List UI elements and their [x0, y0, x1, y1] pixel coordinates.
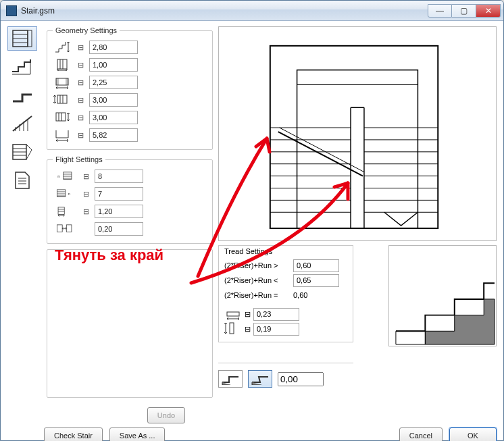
param-row-lower-offset: ⊟	[53, 56, 207, 74]
risers-b-input[interactable]	[95, 187, 143, 201]
svg-rect-49	[57, 225, 63, 232]
svg-rect-18	[57, 59, 67, 69]
gap-icon	[53, 222, 77, 236]
svg-rect-50	[66, 225, 72, 232]
risers-a-icon: n	[53, 169, 77, 184]
lower-offset-input[interactable]	[89, 58, 138, 72]
risers-b-icon: n	[53, 186, 77, 201]
formula-lt-input[interactable]	[293, 274, 339, 287]
side-tabs	[7, 26, 41, 423]
param-row-risers-b: n ⊟	[53, 185, 207, 203]
width-input[interactable]	[89, 76, 138, 89]
minimize-button[interactable]: —	[428, 4, 452, 18]
lock-icon[interactable]: ⊟	[76, 131, 85, 140]
cancel-button[interactable]: Cancel	[399, 427, 443, 441]
nosing-input[interactable]	[278, 372, 324, 386]
param-row-length-b: ⊟	[53, 109, 207, 126]
tab-nosing[interactable]	[7, 83, 37, 107]
svg-rect-30	[56, 113, 66, 121]
nosing-b-icon	[251, 373, 270, 385]
lock-icon[interactable]: ⊟	[76, 61, 85, 70]
tread-settings-area: Tread Settings (2*Riser)+Run > (2*Riser)…	[218, 245, 353, 342]
riser-height-row: ⊟	[224, 321, 347, 336]
document-icon	[10, 170, 34, 190]
tread-depth-icon	[224, 307, 242, 321]
svg-rect-76	[227, 312, 239, 316]
tread-legend: Tread Settings	[224, 247, 347, 255]
length-a-icon	[53, 93, 72, 107]
flight-legend: Flight Settings	[53, 155, 105, 163]
riser-height-input[interactable]	[253, 323, 299, 336]
maximize-button[interactable]: ▢	[452, 4, 476, 18]
height-input[interactable]	[89, 41, 138, 54]
nosing-row	[218, 370, 353, 388]
ok-button[interactable]: OK	[449, 427, 497, 441]
railing-icon	[10, 113, 34, 134]
lock-icon[interactable]: ⊟	[76, 113, 85, 122]
width-icon	[53, 75, 72, 90]
nosing-area	[218, 363, 353, 388]
riser-height-icon	[224, 321, 242, 336]
formula-gt-input[interactable]	[293, 259, 339, 272]
check-stair-button[interactable]: Check Stair	[44, 427, 103, 441]
tab-geometry[interactable]	[7, 26, 37, 51]
window-title: Stair.gsm	[21, 6, 55, 16]
empty-settings-group	[47, 249, 213, 398]
formula-eq-label: (2*Riser)+Run =	[224, 291, 291, 299]
length-a-input[interactable]	[89, 93, 138, 107]
stair-section-icon	[10, 57, 34, 77]
lock-icon[interactable]: ⊟	[245, 325, 251, 334]
titlebar[interactable]: Stair.gsm — ▢ ✕	[1, 1, 503, 21]
height-icon	[53, 40, 72, 55]
lock-icon[interactable]: ⊟	[76, 43, 85, 52]
svg-line-74	[278, 132, 363, 176]
close-button[interactable]: ✕	[476, 4, 501, 18]
lock-icon[interactable]: ⊟	[81, 207, 91, 216]
tab-railing[interactable]	[7, 111, 37, 136]
window-buttons: — ▢ ✕	[428, 4, 501, 18]
formula-eq-value: 0,60	[293, 291, 307, 299]
length-b-input[interactable]	[89, 111, 138, 124]
flight-width-icon	[53, 204, 77, 219]
lock-icon[interactable]: ⊟	[76, 78, 85, 87]
gap-input[interactable]	[95, 222, 143, 236]
geometry-legend: Geometry Settings	[53, 26, 120, 34]
tab-structure[interactable]	[7, 55, 37, 79]
stair-section-preview[interactable]	[388, 245, 497, 346]
param-row-gap	[53, 220, 207, 238]
flight-settings-group: Flight Settings n ⊟ n ⊟ ⊟	[47, 155, 213, 244]
save-as-button[interactable]: Save As ...	[109, 427, 166, 441]
svg-rect-78	[230, 323, 234, 334]
tread-formula-lt-row: (2*Riser)+Run <	[224, 273, 347, 288]
formula-lt-label: (2*Riser)+Run <	[224, 276, 291, 284]
risers-a-input[interactable]	[95, 170, 143, 183]
svg-text:n: n	[68, 191, 70, 196]
lower-offset-icon	[53, 57, 72, 72]
main-area: Geometry Settings ⊟ ⊟ ⊟	[7, 26, 497, 423]
svg-rect-24	[66, 78, 68, 85]
lock-icon[interactable]: ⊟	[76, 96, 85, 105]
lock-icon[interactable]: ⊟	[81, 172, 91, 181]
tab-symbol[interactable]	[7, 140, 37, 164]
param-row-length-a: ⊟	[53, 91, 207, 109]
svg-rect-52	[270, 46, 438, 228]
tread-formula-gt-row: (2*Riser)+Run >	[224, 258, 347, 273]
nosing-type-a-button[interactable]	[218, 370, 243, 388]
lock-icon[interactable]: ⊟	[245, 310, 251, 319]
tread-depth-input[interactable]	[253, 308, 299, 321]
tab-listing[interactable]	[7, 168, 37, 192]
nosing-type-b-button[interactable]	[248, 370, 272, 388]
parameters-column: Geometry Settings ⊟ ⊟ ⊟	[47, 26, 213, 423]
param-row-total-length: ⊟	[53, 126, 207, 144]
stair-geometry-icon	[10, 28, 34, 49]
svg-rect-54	[297, 70, 418, 85]
svg-line-75	[280, 128, 364, 172]
geometry-settings-group: Geometry Settings ⊟ ⊟ ⊟	[47, 26, 213, 150]
right-area: Tread Settings (2*Riser)+Run > (2*Riser)…	[218, 26, 497, 423]
undo-button[interactable]: Undo	[147, 407, 185, 423]
stair-plan-preview[interactable]	[218, 26, 497, 241]
flight-width-input[interactable]	[95, 205, 143, 218]
total-length-input[interactable]	[89, 128, 138, 142]
lock-icon[interactable]: ⊟	[81, 190, 91, 199]
svg-rect-45	[58, 207, 64, 215]
